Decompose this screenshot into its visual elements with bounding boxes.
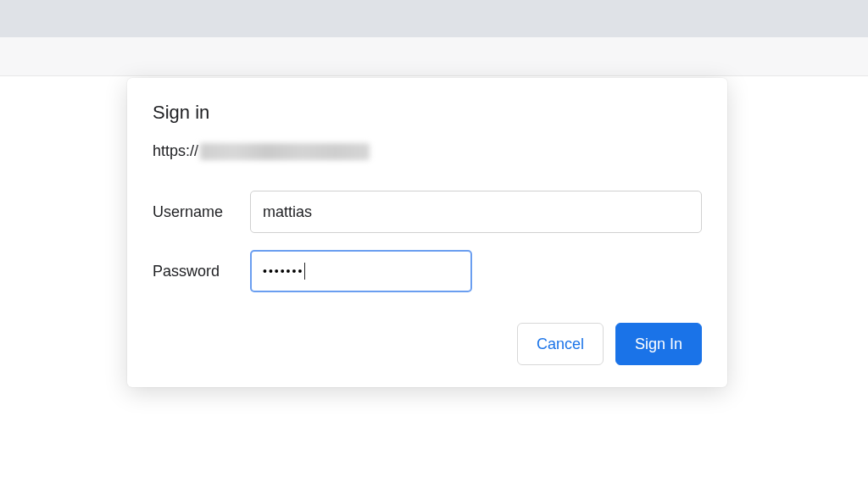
password-row: Password ••••••• [153,250,702,292]
dialog-url: https:// [153,142,702,160]
browser-top-bar [0,0,868,37]
cancel-button[interactable]: Cancel [517,323,604,365]
dialog-buttons: Cancel Sign In [153,323,702,365]
browser-toolbar [0,37,868,76]
username-label: Username [153,203,250,221]
signin-button[interactable]: Sign In [615,323,702,365]
auth-dialog: Sign in https:// Username Password •••••… [127,78,727,387]
password-input[interactable] [250,250,472,292]
username-input[interactable] [250,191,702,233]
url-protocol: https:// [153,142,198,160]
username-row: Username [153,191,702,233]
url-host-redacted [200,143,370,160]
password-label: Password [153,263,250,280]
dialog-title: Sign in [153,102,702,124]
